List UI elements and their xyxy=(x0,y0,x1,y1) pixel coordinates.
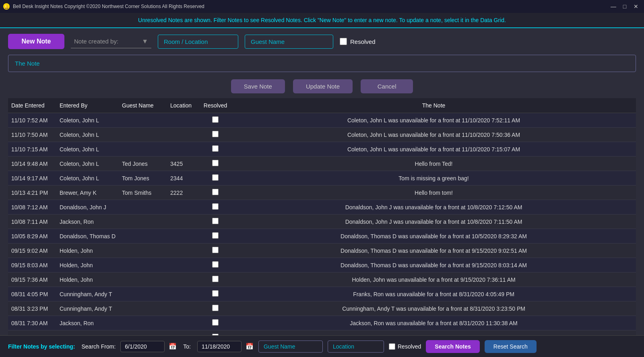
top-banner: Unresolved Notes are shown. Filter Notes… xyxy=(0,13,644,28)
cell-resolved[interactable] xyxy=(199,215,231,229)
row-resolved-checkbox[interactable] xyxy=(212,189,219,195)
table-row[interactable]: 10/08 7:12 AMDonaldson, John JDonaldson,… xyxy=(8,200,636,215)
row-resolved-checkbox[interactable] xyxy=(212,232,219,239)
note-created-by-dropdown[interactable]: Note created by: xyxy=(71,35,151,48)
filter-resolved-label: Resolved xyxy=(398,343,421,350)
cell-resolved[interactable] xyxy=(199,200,231,215)
table-row[interactable]: 10/14 9:48 AMColeton, John LTed Jones342… xyxy=(8,157,636,171)
cell-resolved[interactable] xyxy=(199,113,231,128)
cancel-button[interactable]: Cancel xyxy=(361,79,413,93)
minimize-button[interactable]: — xyxy=(609,2,618,10)
row-resolved-checkbox[interactable] xyxy=(212,305,219,311)
filter-resolved-wrap: Resolved xyxy=(389,343,421,350)
guest-name-input[interactable] xyxy=(245,35,333,49)
cell-location xyxy=(167,215,199,229)
table-row[interactable]: 10/13 4:21 PMBrewer, Amy KTom Smiths2222… xyxy=(8,186,636,200)
table-row[interactable]: 09/15 8:03 AMHolden, JohnDonaldson, Thom… xyxy=(8,258,636,272)
cell-resolved[interactable] xyxy=(199,244,231,258)
cell-guest-name xyxy=(119,142,167,157)
cell-note: Donaldson, Thomas D was unavailable for … xyxy=(231,258,636,272)
search-notes-button[interactable]: Search Notes xyxy=(426,340,479,353)
room-location-input[interactable] xyxy=(158,35,238,49)
cell-resolved[interactable] xyxy=(199,330,231,336)
cell-date: 10/14 9:17 AM xyxy=(8,171,56,186)
filter-guest-name-input[interactable] xyxy=(258,340,323,353)
cell-resolved[interactable] xyxy=(199,301,231,316)
filter-resolved-checkbox[interactable] xyxy=(389,343,395,350)
cell-resolved[interactable] xyxy=(199,128,231,142)
banner-text: Unresolved Notes are shown. Filter Notes… xyxy=(138,17,506,23)
filter-location-input[interactable] xyxy=(328,340,384,353)
cell-guest-name xyxy=(119,229,167,244)
reset-search-button[interactable]: Reset Search xyxy=(485,340,537,353)
row-resolved-checkbox[interactable] xyxy=(212,261,219,268)
cell-resolved[interactable] xyxy=(199,316,231,330)
table-row[interactable]: 11/10 7:52 AMColeton, John LColeton, Joh… xyxy=(8,113,636,128)
cell-entered-by: Jones, Hank xyxy=(56,330,119,336)
cell-resolved[interactable] xyxy=(199,258,231,272)
from-calendar-icon[interactable]: 📅 xyxy=(169,343,177,350)
row-resolved-checkbox[interactable] xyxy=(212,319,219,326)
cell-entered-by: Coleton, John L xyxy=(56,128,119,142)
notes-table: Date Entered Entered By Guest Name Locat… xyxy=(8,98,636,335)
row-resolved-checkbox[interactable] xyxy=(212,218,219,224)
table-row[interactable]: 09/15 7:36 AMHolden, JohnHolden, John wa… xyxy=(8,272,636,287)
table-row[interactable]: 10/14 9:17 AMColeton, John LTom Jones234… xyxy=(8,171,636,186)
row-resolved-checkbox[interactable] xyxy=(212,247,219,253)
cell-entered-by: Brewer, Amy K xyxy=(56,186,119,200)
cell-location xyxy=(167,113,199,128)
row-resolved-checkbox[interactable] xyxy=(212,276,219,282)
table-row[interactable]: 10/05 8:29 AMDonaldson, Thomas DDonaldso… xyxy=(8,229,636,244)
cell-note: 1 was assigned OOO at: 6:44 AM xyxy=(231,330,636,336)
row-resolved-checkbox[interactable] xyxy=(212,203,219,210)
cell-location xyxy=(167,142,199,157)
cell-date: 10/13 4:21 PM xyxy=(8,186,56,200)
resolved-checkbox[interactable] xyxy=(340,38,347,45)
row-resolved-checkbox[interactable] xyxy=(212,290,219,297)
app-icon: 🔔 xyxy=(3,3,10,10)
save-note-button[interactable]: Save Note xyxy=(231,79,285,93)
cell-location xyxy=(167,200,199,215)
cell-entered-by: Cunningham, Andy T xyxy=(56,287,119,301)
update-note-button[interactable]: Update Note xyxy=(293,79,353,93)
cell-date: 09/15 8:03 AM xyxy=(8,258,56,272)
search-to-date-input[interactable] xyxy=(197,341,242,352)
table-row[interactable]: 11/10 7:50 AMColeton, John LColeton, Joh… xyxy=(8,128,636,142)
cell-date: 09/15 7:36 AM xyxy=(8,272,56,287)
the-note-input[interactable] xyxy=(8,55,636,72)
table-header: Date Entered Entered By Guest Name Locat… xyxy=(8,98,636,113)
cell-location xyxy=(167,287,199,301)
close-button[interactable]: ✕ xyxy=(631,2,641,10)
table-row[interactable]: 08/31 7:30 AMJackson, RonJackson, Ron wa… xyxy=(8,316,636,330)
col-header-date: Date Entered xyxy=(8,98,56,113)
table-row[interactable]: 09/15 9:02 AMHolden, JohnDonaldson, Thom… xyxy=(8,244,636,258)
data-grid-section[interactable]: Date Entered Entered By Guest Name Locat… xyxy=(8,98,636,335)
table-row[interactable]: 10/08 7:11 AMJackson, RonDonaldson, John… xyxy=(8,215,636,229)
cell-date: 10/08 7:11 AM xyxy=(8,215,56,229)
table-row[interactable]: 08/31 3:23 PMCunningham, Andy TCunningha… xyxy=(8,301,636,316)
new-note-button[interactable]: New Note xyxy=(8,34,64,49)
cell-resolved[interactable] xyxy=(199,171,231,186)
row-resolved-checkbox[interactable] xyxy=(212,160,219,166)
row-resolved-checkbox[interactable] xyxy=(212,174,219,181)
cell-location xyxy=(167,301,199,316)
table-row[interactable]: 08/31 4:05 PMCunningham, Andy TFranks, R… xyxy=(8,287,636,301)
to-calendar-icon[interactable]: 📅 xyxy=(246,343,254,350)
cell-resolved[interactable] xyxy=(199,186,231,200)
col-header-guest-name: Guest Name xyxy=(119,98,167,113)
cell-resolved[interactable] xyxy=(199,142,231,157)
cell-resolved[interactable] xyxy=(199,287,231,301)
cell-resolved[interactable] xyxy=(199,157,231,171)
table-body: 11/10 7:52 AMColeton, John LColeton, Joh… xyxy=(8,113,636,336)
table-row[interactable]: 11/10 7:15 AMColeton, John LColeton, Joh… xyxy=(8,142,636,157)
cell-guest-name: Ted Jones xyxy=(119,157,167,171)
maximize-button[interactable]: □ xyxy=(620,2,630,10)
row-resolved-checkbox[interactable] xyxy=(212,131,219,137)
cell-resolved[interactable] xyxy=(199,272,231,287)
note-created-by-wrap: Note created by: ▼ xyxy=(71,35,151,48)
table-row[interactable]: 08/19 6:44 AMJones, Hank11 was assigned … xyxy=(8,330,636,336)
search-from-date-input[interactable] xyxy=(120,341,165,352)
cell-resolved[interactable] xyxy=(199,229,231,244)
row-resolved-checkbox[interactable] xyxy=(212,116,219,123)
row-resolved-checkbox[interactable] xyxy=(212,145,219,152)
